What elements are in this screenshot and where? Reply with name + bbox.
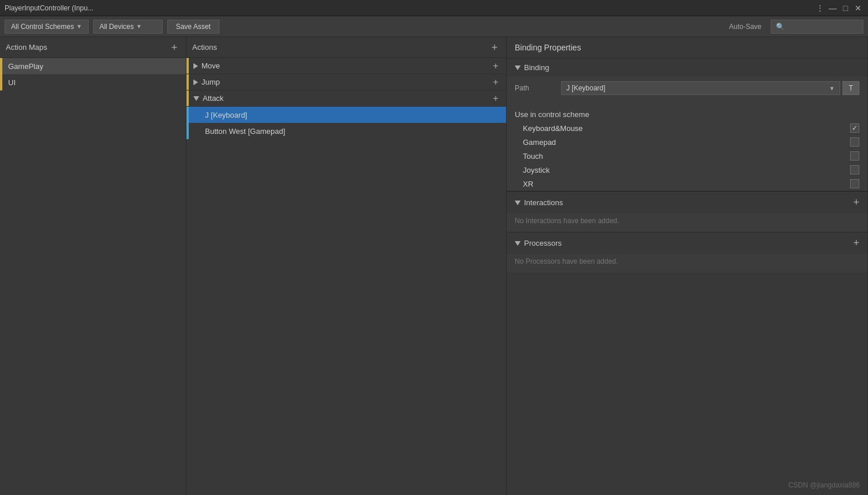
binding-section: Binding Path J [Keyboard] ▼ T Use in con… [507, 59, 867, 191]
processors-add-button[interactable]: + [853, 237, 859, 249]
scheme-label-touch: Touch [523, 152, 850, 161]
action-maps-title: Action Maps [6, 43, 47, 52]
scheme-label-joystick: Joystick [523, 166, 850, 174]
binding-panel-content: Binding Properties Binding Path J [Keybo… [507, 37, 867, 495]
watermark: CSDN @jiangdaxia886 [788, 481, 860, 489]
action-label-move: Move [202, 61, 220, 70]
processors-title: Processors [524, 239, 562, 248]
processors-section-header[interactable]: Processors + [507, 232, 867, 254]
binding-content-j-keyboard: J [Keyboard] [189, 111, 247, 119]
interactions-title: Interactions [524, 198, 563, 207]
autosave-label: Auto-Save [729, 23, 761, 31]
scheme-checkbox-xr[interactable] [850, 179, 859, 188]
action-item-jump[interactable]: Jump + [186, 74, 506, 90]
path-dropdown-arrow-icon: ▼ [829, 85, 835, 92]
devices-label: All Devices [100, 23, 134, 31]
scheme-row-keyboard-mouse: Keyboard&Mouse ✓ [507, 121, 867, 135]
interactions-empty-text: No Interactions have been added. [507, 213, 867, 232]
action-add-attack-button[interactable]: + [490, 93, 501, 104]
action-add-jump-button[interactable]: + [490, 77, 501, 88]
binding-section-header[interactable]: Binding [507, 59, 867, 77]
minimize-button[interactable]: — [827, 3, 838, 13]
control-scheme-label: All Control Schemes [11, 23, 74, 31]
actions-list: Move + Jump + [186, 58, 506, 495]
scheme-label-gamepad: Gamepad [523, 138, 850, 147]
title-bar-controls: ⋮ — □ ✕ [815, 3, 863, 13]
action-left-attack: Attack [193, 94, 224, 103]
action-item-attack[interactable]: Attack + [186, 90, 506, 107]
expand-icon-attack [193, 96, 199, 101]
check-mark-keyboard-mouse: ✓ [852, 124, 858, 132]
scheme-row-touch: Touch [507, 149, 867, 163]
interactions-section-left: Interactions [515, 198, 563, 207]
main-layout: Action Maps + GamePlay UI Actions + [0, 37, 868, 495]
action-map-label-ui: UI [2, 78, 16, 87]
binding-label-j-keyboard: J [Keyboard] [205, 111, 247, 119]
search-input[interactable] [787, 23, 858, 31]
action-left-move: Move [193, 61, 220, 70]
maximize-button[interactable]: □ [840, 3, 851, 13]
action-content-move: Move + [189, 60, 506, 72]
binding-content-button-west: Button West [Gamepad] [189, 127, 285, 136]
actions-add-button[interactable]: + [489, 42, 500, 53]
action-left-jump: Jump [193, 78, 220, 86]
interactions-section-header[interactable]: Interactions + [507, 191, 867, 213]
scheme-row-gamepad: Gamepad [507, 135, 867, 149]
devices-arrow-icon: ▼ [136, 23, 142, 30]
action-maps-panel-header: Action Maps + [0, 37, 186, 58]
control-scheme-button[interactable]: All Control Schemes ▼ [5, 20, 89, 34]
binding-section-title: Binding [524, 63, 549, 72]
action-map-item-gameplay[interactable]: GamePlay [0, 58, 186, 74]
path-value: J [Keyboard] [566, 84, 605, 92]
scheme-row-xr: XR [507, 177, 867, 191]
search-icon: 🔍 [776, 23, 785, 31]
processors-expand-icon [515, 241, 521, 246]
action-label-jump: Jump [202, 78, 220, 86]
scheme-checkbox-touch[interactable] [850, 151, 859, 161]
action-content-jump: Jump + [189, 77, 506, 88]
action-maps-add-button[interactable]: + [169, 42, 180, 53]
use-in-control-scheme-label: Use in control scheme [515, 110, 589, 119]
title-bar-title: PlayerInputController (Inpu... [5, 4, 93, 12]
scheme-label-keyboard-mouse: Keyboard&Mouse [523, 124, 850, 133]
actions-panel-header: Actions + [186, 37, 506, 58]
scheme-checkbox-gamepad[interactable] [850, 137, 859, 147]
action-item-move[interactable]: Move + [186, 58, 506, 74]
binding-label-button-west: Button West [Gamepad] [205, 127, 285, 136]
scheme-row-joystick: Joystick [507, 163, 867, 177]
action-maps-list: GamePlay UI [0, 58, 186, 495]
control-scheme-arrow-icon: ▼ [76, 23, 82, 30]
use-in-control-scheme-header: Use in control scheme [507, 105, 867, 121]
more-options-button[interactable]: ⋮ [815, 3, 825, 13]
collapse-icon-jump [193, 79, 198, 85]
search-box: 🔍 [771, 20, 863, 34]
binding-item-button-west[interactable]: Button West [Gamepad] [186, 123, 506, 139]
action-map-item-ui[interactable]: UI [0, 74, 186, 90]
path-label: Path [515, 84, 561, 92]
action-maps-panel: Action Maps + GamePlay UI [0, 37, 186, 495]
scheme-label-xr: XR [523, 180, 850, 188]
interactions-add-button[interactable]: + [853, 196, 859, 209]
action-add-move-button[interactable]: + [490, 60, 501, 72]
save-asset-button[interactable]: Save Asset [167, 20, 219, 34]
binding-item-j-keyboard[interactable]: J [Keyboard] [186, 107, 506, 123]
action-label-attack: Attack [203, 94, 224, 103]
collapse-icon-move [193, 63, 198, 69]
binding-properties-panel: Binding Properties Binding Path J [Keybo… [507, 37, 868, 495]
toolbar: All Control Schemes ▼ All Devices ▼ Save… [0, 16, 868, 37]
title-bar-left: PlayerInputController (Inpu... [5, 4, 93, 12]
action-content-attack: Attack + [189, 93, 506, 104]
save-asset-label: Save Asset [176, 23, 211, 31]
devices-dropdown-button[interactable]: All Devices ▼ [93, 20, 163, 34]
path-row: Path J [Keyboard] ▼ T [515, 81, 859, 95]
scheme-checkbox-keyboard-mouse[interactable]: ✓ [850, 123, 859, 133]
binding-properties-title: Binding Properties [507, 37, 867, 59]
action-map-label-gameplay: GamePlay [2, 62, 43, 71]
path-t-button[interactable]: T [843, 81, 859, 95]
close-button[interactable]: ✕ [853, 3, 863, 13]
binding-expand-icon [515, 65, 521, 70]
watermark-text: CSDN @jiangdaxia886 [788, 481, 860, 489]
path-dropdown[interactable]: J [Keyboard] ▼ [561, 81, 840, 95]
actions-title: Actions [192, 43, 217, 52]
scheme-checkbox-joystick[interactable] [850, 165, 859, 174]
